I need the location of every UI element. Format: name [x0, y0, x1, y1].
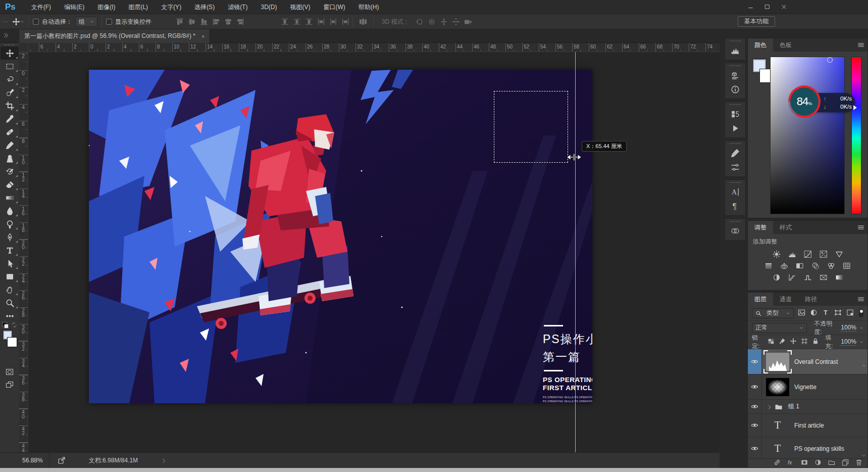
color-tab-色板[interactable]: 色板 — [773, 38, 798, 52]
align-bottom-button[interactable] — [198, 16, 210, 27]
adjustments-tab-样式[interactable]: 样式 — [773, 221, 798, 234]
tool-quick-select[interactable] — [1, 86, 19, 99]
layer-thumbnail[interactable] — [766, 353, 789, 371]
minimize-button[interactable] — [744, 2, 756, 12]
canvas-area[interactable]: PS操作小技巧 第一篇 PS OPERATING SKILLS FIRST AR… — [28, 52, 720, 452]
new-group-button[interactable] — [828, 459, 835, 467]
tool-pen[interactable] — [1, 230, 19, 244]
tool-blur[interactable] — [1, 204, 19, 217]
menu-item-7[interactable]: 3D(D) — [254, 0, 283, 14]
dock-grip[interactable] — [730, 143, 741, 144]
net-speed-overlay[interactable]: ↑ 0K/s ↓ 0K/s 84 % — [788, 85, 856, 120]
adjustment-threshold-button[interactable] — [803, 273, 813, 282]
scroll-down-icon[interactable] — [861, 453, 866, 458]
lock-artboard-button[interactable] — [801, 338, 808, 346]
adjustment-color-balance-button[interactable] — [779, 261, 789, 270]
menu-item-9[interactable]: 窗口(W) — [317, 0, 351, 14]
default-colors-icon[interactable] — [2, 322, 7, 327]
tool-brush[interactable] — [1, 138, 19, 152]
screen-mode-button[interactable] — [1, 379, 19, 391]
3d-roll-button[interactable] — [426, 16, 438, 27]
adjustment-vibrance-button[interactable] — [834, 250, 844, 259]
color-picker-field[interactable] — [770, 57, 845, 214]
layer-row-vignette[interactable]: Vignette — [748, 374, 867, 400]
menu-item-10[interactable]: 帮助(H) — [352, 0, 386, 14]
chevron-down-icon[interactable] — [859, 326, 863, 330]
tool-ellipsis[interactable] — [1, 309, 19, 322]
panel-icon-character-styles[interactable] — [725, 107, 745, 121]
adjustment-invert-button[interactable] — [772, 273, 782, 282]
show-transform-checkbox[interactable] — [106, 19, 112, 25]
adjustment-curves-button[interactable] — [803, 250, 813, 259]
lock-all-button[interactable] — [812, 338, 819, 346]
status-options-icon[interactable] — [161, 458, 167, 463]
adjustment-channel-mixer-button[interactable] — [826, 261, 836, 270]
tool-hand[interactable] — [1, 283, 19, 296]
document-tab-close[interactable]: × — [201, 33, 205, 39]
filter-shape-button[interactable] — [834, 309, 842, 318]
adjustment-exposure-button[interactable] — [819, 250, 829, 259]
lock-transparency-button[interactable] — [768, 338, 775, 346]
layer-thumbnail[interactable] — [766, 378, 789, 396]
auto-select-dropdown[interactable]: 组 — [75, 17, 97, 27]
layer-name[interactable]: PS operating skills — [794, 445, 844, 452]
close-button[interactable] — [778, 2, 790, 12]
menu-item-8[interactable]: 视图(V) — [283, 0, 317, 14]
tool-type[interactable] — [1, 244, 19, 257]
selection-marquee[interactable] — [494, 91, 568, 163]
document-tab[interactable]: 第一篇小教程的图片.psd @ 56.9% (Overall Contrast,… — [19, 29, 210, 43]
guide-line[interactable] — [575, 52, 576, 452]
lock-position-button[interactable] — [790, 338, 797, 346]
adjustment-brightness-contrast-button[interactable] — [772, 250, 782, 259]
tool-healing[interactable] — [1, 125, 19, 138]
dock-grip[interactable] — [730, 104, 741, 105]
scroll-up-icon[interactable] — [861, 363, 866, 368]
distribute-spacing-button[interactable] — [357, 16, 369, 27]
quick-mask-button[interactable] — [1, 366, 19, 378]
align-left-button[interactable] — [210, 16, 222, 27]
group-expand-caret[interactable] — [767, 404, 772, 409]
adjustments-menu-icon[interactable] — [857, 224, 864, 231]
layers-tab-通道[interactable]: 通道 — [773, 293, 798, 306]
filter-smart-button[interactable] — [846, 309, 854, 318]
dock-grip[interactable] — [730, 221, 741, 222]
filter-image-button[interactable] — [798, 309, 805, 318]
menu-item-6[interactable]: 滤镜(T) — [221, 0, 254, 14]
share-icon[interactable] — [58, 456, 66, 464]
visibility-toggle[interactable] — [748, 374, 762, 399]
3d-pan-button[interactable] — [438, 16, 450, 27]
panel-icon-actions[interactable] — [725, 121, 745, 135]
blend-mode-dropdown[interactable]: 正常 — [752, 323, 807, 333]
align-center-v-button[interactable] — [186, 16, 198, 27]
lock-pixels-button[interactable] — [779, 338, 786, 346]
fill-value[interactable]: 100% — [841, 338, 856, 346]
distribute-left-button[interactable] — [315, 16, 327, 27]
menu-item-1[interactable]: 编辑(E) — [58, 0, 91, 14]
adjustment-photo-filter-button[interactable] — [810, 261, 821, 270]
adjustment-black-white-button[interactable] — [795, 261, 805, 270]
layer-name[interactable]: First article — [794, 422, 824, 429]
status-zoom-field[interactable]: 56.88% — [0, 453, 49, 468]
layer-styles-button[interactable]: fx — [787, 459, 794, 467]
distribute-bottom-button[interactable] — [303, 16, 315, 27]
tool-history-brush[interactable] — [1, 165, 19, 178]
layer-filter-toggle[interactable] — [859, 309, 863, 317]
tool-gradient[interactable] — [1, 191, 19, 204]
panel-icon-histogram[interactable] — [725, 43, 745, 58]
panel-icon-character[interactable]: A — [725, 185, 745, 199]
bottom-scroll-strip[interactable] — [0, 468, 868, 472]
tool-clone-stamp[interactable] — [1, 152, 19, 165]
panel-icon-properties[interactable] — [725, 68, 745, 82]
horizontal-ruler[interactable]: 8642024681012141618202224262830323436384… — [28, 43, 720, 52]
opacity-value[interactable]: 100% — [841, 324, 856, 332]
adjustment-selective-color-button[interactable] — [834, 273, 844, 282]
layers-tab-路径[interactable]: 路径 — [798, 293, 824, 306]
layers-tab-图层[interactable]: 图层 — [748, 293, 773, 306]
layer-name[interactable]: 组 1 — [788, 402, 799, 411]
maximize-button[interactable] — [761, 2, 773, 12]
filter-adjustment-button[interactable] — [810, 309, 818, 318]
tool-eraser[interactable] — [1, 178, 19, 191]
menu-item-4[interactable]: 文字(Y) — [155, 0, 188, 14]
menu-item-0[interactable]: 文件(F) — [25, 0, 58, 14]
layer-row-组-1[interactable]: 组 1 — [748, 400, 867, 414]
